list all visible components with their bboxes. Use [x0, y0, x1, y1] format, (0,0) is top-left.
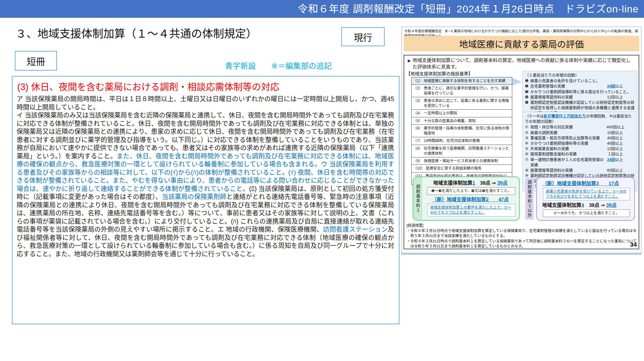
- criteria-row-text: 保健医療・福祉サービス担当者との連携体制: [424, 159, 498, 164]
- transition-measures: [経過措置] ・令和４年３月31日時点で地域支援体制加算を算定している保険薬局で…: [407, 223, 637, 249]
- box-item-number: ❶: [525, 78, 530, 84]
- heading-part: 地域支援体制加算: [542, 202, 581, 208]
- box-item: ①夜間・休日等の対応実績400回以上: [525, 124, 635, 130]
- body-segment: 訪問看護ステーション: [323, 226, 388, 233]
- box-item-value-rest: 40回以上: [607, 141, 623, 146]
- box-item-value: 24回以上: [607, 157, 635, 168]
- heading-part: 39点: [606, 202, 617, 208]
- box-item-number: ④: [525, 141, 530, 146]
- box-item: ❶麻薬小売業者の免許を受けていること。: [525, 78, 635, 84]
- box-item-body: かかりつけ薬剤師指導料等に係る届出を行っていること。: [530, 89, 635, 95]
- box-item-text: 服薬情報等提供料の実績: [530, 168, 607, 173]
- box-item-body: 在宅薬剤管理の実績24回以上: [530, 84, 635, 89]
- slide-content-box: ▶ 地域支援体制加算について、調剤基本料の算定、地域医療への貢献に係る体制や実績…: [404, 55, 639, 249]
- box-item-number: ⑧: [525, 168, 530, 173]
- criteria-row: （2）患者ごとに、適切な薬学的管理を行い、かつ、服薬指導を行っている: [411, 84, 512, 98]
- box-item-number: ❹: [525, 95, 530, 100]
- box-item: ③重複投薬・相互作用等防止加算等の実績40回以上: [525, 135, 635, 141]
- criteria-row-text: 十分な数の医薬品の備蓄、周知: [424, 119, 476, 124]
- box-item-body: 単一建物診療患者が１人の在宅薬剤管理の実績24回以上: [530, 157, 635, 168]
- genko-slide-image: 令和４年度診療報酬改定 Ⅲ－6 薬局の地域におけるかかりつけ機能に応じた適切な評…: [402, 27, 641, 253]
- heading-part: （新）地域支援体制加算3 17点: [542, 181, 619, 186]
- transition-bullet: ・令和４年３月31日時点で調剤基本料１を算定している保険薬局であって同日後に調剤…: [407, 239, 637, 249]
- page-title: ３、地域支援体制加算（１～４共通の体制規定）: [15, 25, 257, 41]
- box-item-number: ⑦: [525, 157, 530, 168]
- criteria-row: （8）在宅療養を担う医療機関、訪問看護ステーションとの連携体制: [411, 145, 512, 158]
- box-item-body: 夜間・休日等の対応実績400回以上: [530, 124, 635, 130]
- box-item-value: １回以上: [607, 151, 635, 157]
- criteria-row: （1）地域医療に貢献する体制を有することを示す実績: [411, 77, 512, 85]
- box-item-value: 12回以上: [607, 95, 635, 100]
- box-item-value-rest: 400回以上: [607, 125, 625, 129]
- box-item-body: かかりつけ薬剤師指導料等の実績40回以上: [530, 141, 635, 146]
- criteria-row-number: （9）: [413, 159, 423, 164]
- criteria-row-number: （5）: [413, 119, 423, 124]
- criteria-row-number: （10）: [413, 166, 425, 171]
- box-item-value: 40回以上: [607, 135, 635, 141]
- kasan-4-heading: 地域支援体制加算4 38点 ⇒ 39点: [539, 201, 632, 208]
- per-10k-counts-box-title: （①～⑧は処方箋受付１万回当たりの年間回数、⑨は薬局当たりの年間の回数）: [525, 114, 635, 124]
- criteria-row-text: 患者ごとに、適切な薬学的管理を行い、かつ、服薬指導を行っている: [424, 86, 510, 96]
- box-item-text: 重複投薬・相互作用等防止加算等の実績: [530, 135, 607, 141]
- box-item-text: 夜間・休日等の対応実績: [530, 124, 607, 130]
- box-item-body: 服用薬剤調整支援料の実績１回以上: [530, 151, 635, 157]
- box-item-value-rest: 60回以上: [607, 168, 623, 172]
- genko-box: 現行: [341, 27, 385, 46]
- box-item: ❸かかりつけ薬剤師指導料等に係る届出を行っていること。: [525, 89, 635, 95]
- kasan-1-2-box: 調剤基本料１ 地域支援体制加算1 38点 ⇒ 39点 ❶～❸を満たした上で、❹又…: [413, 176, 520, 221]
- criteria-row-number: （8）: [413, 146, 423, 156]
- box-item-value-rest: 10回以上: [607, 130, 623, 135]
- criteria-row-number: （3）: [413, 98, 423, 108]
- heading-part: 1: [472, 180, 475, 186]
- criteria-row-text: 地域医療に貢献する体制を有することを示す実績: [424, 79, 505, 84]
- transition-bullets: ・令和４年３月31日時点で地域支援体制加算を算定している保険薬局で、在宅薬剤管理…: [407, 229, 637, 249]
- box-item-value-rest: 以上: [615, 84, 623, 88]
- title-part: （①～⑧は: [525, 114, 543, 118]
- kasan-2-requirement: 地域支援体制加算１の要件を満たした上で、①～⑨のうち３つ以上を満たすこと。: [427, 204, 515, 217]
- box-item: ⑥服用薬剤調整支援料の実績１回以上: [525, 151, 635, 157]
- top-banner: 令和６年度 調剤報酬改定「短冊」2024年１月26日時点 ドラビズon-line: [0, 0, 644, 18]
- textbox-heading: (3) 休日、夜間を含む薬局における調剤・相談応需体制等の対応: [17, 79, 394, 93]
- criteria-row-number: （1）: [413, 79, 423, 84]
- box-item-body: 麻薬小売業者の免許を受けていること。: [530, 78, 635, 84]
- heading-part: ⇒: [601, 202, 605, 208]
- box-item-number: ③: [525, 135, 530, 141]
- criteria-row-number: （6）: [413, 126, 423, 136]
- criteria-row: （4）一定時間以上の開局: [411, 109, 512, 117]
- tanzaku-box: 短冊: [15, 51, 57, 71]
- box-item-value: 400回以上: [607, 124, 635, 130]
- box-item-number: ①: [525, 124, 530, 130]
- box-item-body: 服薬情報等提供料の実績60回以上: [530, 168, 635, 173]
- box-item-text: 在宅薬剤管理の実績: [530, 84, 607, 89]
- box-item-value-rest: 12回以上: [607, 146, 623, 151]
- kasan-1-requirement: ❶～❸を満たした上で、❹又は❺を満たすこと。: [427, 187, 515, 195]
- criteria-row: （6）薬学的管理・指導の体制整備、在宅に係る体制の情報提供: [411, 124, 512, 138]
- box-item-value-highlight: 24回: [607, 157, 615, 162]
- criteria-row-number: （4）: [413, 111, 423, 116]
- box-item-value-rest: １回以上: [607, 152, 623, 156]
- box-item-text: 麻薬の調剤実績: [530, 130, 607, 135]
- box-item-value: 10回以上: [607, 130, 635, 135]
- heading-part: 38点: [475, 180, 492, 186]
- textbox-body: ア 当該保険薬局の開局時間は、平日は１日８時間以上、土曜日又は日曜日のいずれかの…: [17, 95, 394, 258]
- criteria-row-number: （7）: [413, 138, 423, 143]
- criteria-row: （7）24時間調剤、在宅対応体制の整備: [411, 137, 512, 145]
- box-item-number: ❸: [525, 89, 530, 95]
- box-item-value-rest: 12回以上: [607, 95, 623, 99]
- criteria-row: （3）患者の求めに応じて、投薬に係る薬剤に関する情報を提供している: [411, 97, 512, 110]
- box-item-value-rest: 40回以上: [607, 136, 623, 140]
- box-item: ②麻薬の調剤実績10回以上: [525, 130, 635, 135]
- heading-part: （新）地域支援体制加算2 47点: [432, 197, 509, 202]
- transition-label: [経過措置]: [407, 223, 637, 229]
- box-item: ⑧服薬情報等提供料の実績60回以上: [525, 168, 635, 173]
- arrow-bullet-icon: ▶: [408, 57, 411, 70]
- kasan-3-requirement: 麻薬小売業者の免許を受けている上で、①～⑨のうち④及び⑦を含む３つ以上を満たすこ…: [543, 188, 630, 201]
- tanzaku-label: 短冊: [27, 54, 45, 68]
- criteria-row-text: 在宅療養を担う医療機関、訪問看護ステーションとの連携体制: [424, 146, 510, 156]
- box-item-number: ❷: [525, 84, 530, 89]
- criteria-row-text: 24時間調剤、在宅対応体制の整備: [424, 138, 480, 143]
- box-item-text: 服薬情報等提供料の実績: [530, 95, 607, 100]
- kasan-1-heading: 地域支援体制加算1 38点 ⇒ 39点: [423, 179, 517, 186]
- box-item-value: 40回以上: [607, 141, 635, 146]
- heading-part: 4: [581, 202, 584, 208]
